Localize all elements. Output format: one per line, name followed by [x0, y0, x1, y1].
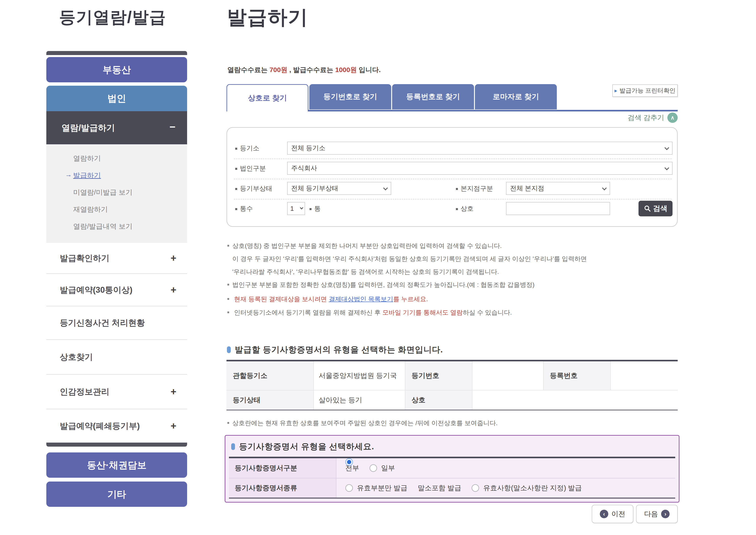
jurisdiction-label: 관할등기소 [227, 361, 313, 390]
corp-type-select[interactable]: 주식회사 [287, 162, 673, 175]
sidebar-item-issue-reserve-closed[interactable]: 발급예약(폐쇄등기부) + [46, 409, 187, 442]
tab-search-by-registration-number[interactable]: 등록번호로 찾기 [392, 84, 474, 109]
prev-arrow-icon: ‹ [600, 510, 608, 518]
menu-label: 발급예약(폐쇄등기부) [60, 420, 140, 432]
page-title: 발급하기 [227, 4, 308, 31]
search-form: 등기소 전체 등기소 법인구분 주식회사 등기부상태 전체 등기부상태 본지점구… [227, 127, 678, 227]
fee-notice: 열람수수료는 700원 , 발급수수료는 1000원 입니다. [227, 65, 381, 74]
chevron-down-icon [664, 145, 669, 150]
sidebar-item-issue-confirm[interactable]: 발급확인하기 + [46, 243, 187, 273]
expand-icon[interactable]: + [171, 386, 176, 397]
menu-label: 인감정보관리 [60, 386, 109, 397]
registry-office-label: 등기소 [235, 144, 259, 153]
registry-office-value: 전체 등기소 [291, 144, 325, 153]
tab-search-by-roman[interactable]: 로마자로 찾기 [475, 84, 557, 109]
sidebar-item-real-estate[interactable]: 부동산 [46, 57, 187, 82]
radio-valid-designated[interactable] [471, 484, 479, 492]
radio-valid-only-label[interactable]: 유효부분만 발급 [357, 483, 407, 493]
radio-include-cancelled[interactable] [345, 458, 353, 466]
cert-section-header: 등기사항증명서 유형을 선택하세요. [231, 441, 374, 452]
prev-button-label: 이전 [611, 509, 625, 519]
search-button-label: 검색 [653, 204, 667, 213]
trade-name-cell-label: 상호 [405, 390, 472, 410]
registry-status-label: 등기부상태 [235, 184, 272, 193]
copies-select[interactable]: 1 [287, 202, 305, 215]
chevron-up-icon[interactable]: ∧ [667, 113, 678, 123]
search-button[interactable]: 검색 [638, 201, 673, 216]
sidebar-item-view-issue[interactable]: 열람/발급하기 − [46, 111, 187, 144]
sidebar-menu-list: 발급확인하기 + 발급예약(30통이상) + 등기신청사건 처리현황 상호찾기 … [46, 243, 187, 442]
trade-name-label: 상호 [456, 204, 474, 213]
registry-status-select[interactable]: 전체 등기부상태 [287, 182, 391, 195]
nav-buttons: ‹ 이전 다음 › [592, 505, 678, 523]
issue-fee: 1000원 [335, 66, 357, 73]
corp-type-label: 법인구분 [235, 164, 266, 173]
trade-name-input[interactable] [506, 202, 610, 215]
copies-value: 1 [290, 205, 294, 212]
radio-partial[interactable] [370, 464, 377, 472]
submenu-item-unviewed[interactable]: 미열람/미발급 보기 [73, 188, 132, 197]
note-line: 법인구분 부분을 포함한 정확한 상호(명칭)를 입력하면, 검색의 정확도가 … [227, 281, 534, 289]
next-arrow-icon: › [661, 510, 670, 518]
tab-search-by-name[interactable]: 상호로 찾기 [227, 84, 308, 111]
payment-list-link[interactable]: 결제대상법인 목록보기 [329, 296, 393, 302]
sidebar-item-corporation[interactable]: 법인 [46, 86, 187, 111]
section-header-cert-type: 발급할 등기사항증명서의 유형을 선택하는 화면입니다. [227, 344, 443, 355]
corp-type-value: 주식회사 [291, 164, 317, 173]
payment-note-text: 현재 등록된 결제대상을 보시려면 [234, 296, 329, 302]
registry-status-value: 전체 등기부상태 [291, 184, 338, 193]
copies-label: 통수 [235, 204, 253, 213]
menu-label: 상호찾기 [60, 352, 93, 363]
sidebar-item-seal-info[interactable]: 인감정보관리 + [46, 374, 187, 409]
submenu-item-reread[interactable]: 재열람하기 [73, 205, 108, 214]
mobile-note-text: 하실 수 있습니다. [463, 309, 512, 316]
sidebar-item-trade-name-search[interactable]: 상호찾기 [46, 339, 187, 374]
divider [234, 159, 672, 159]
fee-text: , 발급수수료는 [287, 66, 335, 73]
section-bullet-icon [231, 443, 235, 450]
submenu-item-history[interactable]: 열람/발급내역 보기 [73, 222, 132, 231]
menu-label: 발급확인하기 [60, 253, 109, 264]
radio-partial-label[interactable]: 일부 [381, 464, 395, 473]
prev-button[interactable]: ‹ 이전 [592, 505, 633, 523]
menu-label: 발급예약(30통이상) [60, 284, 132, 296]
sidebar-item-case-status[interactable]: 등기신청사건 처리현황 [46, 306, 187, 339]
sidebar-item-etc[interactable]: 기타 [46, 482, 187, 507]
tab-search-by-registry-number[interactable]: 등기번호로 찾기 [309, 84, 391, 109]
mobile-note: 인터넷등기소에서 등기기록 열람을 위해 결제하신 후 모바일 기기를 통해서도… [227, 308, 512, 317]
expand-icon[interactable]: + [171, 284, 176, 296]
branch-type-select[interactable]: 전체 본지점 [506, 182, 610, 195]
section-bullet-icon [227, 346, 231, 353]
registry-office-select[interactable]: 전체 등기소 [287, 142, 673, 155]
next-button-label: 다음 [644, 509, 658, 519]
search-tabs: 상호로 찾기 등기번호로 찾기 등록번호로 찾기 로마자로 찾기 ▸ 발급가능 … [227, 84, 678, 111]
printer-check-label: 발급가능 프린터확인 [620, 87, 676, 95]
next-button[interactable]: 다음 › [636, 505, 678, 523]
radio-include-cancelled-label[interactable]: 말소포함 발급 [418, 483, 462, 493]
fee-text: 입니다. [357, 66, 381, 73]
chevron-down-icon [602, 186, 607, 190]
view-issue-label: 열람/발급하기 [62, 122, 115, 133]
section-title: 발급할 등기사항증명서의 유형을 선택하는 화면입니다. [235, 344, 443, 355]
sidebar-item-collateral[interactable]: 동산·채권담보 [46, 452, 187, 478]
note-line: '우리나라쌀 주식회사', '우리나무협동조합' 등 검색어로 시작하는 상호의… [232, 268, 499, 276]
search-toggle-row: 검색 감추기 ∧ [628, 112, 678, 123]
view-fee: 700원 [269, 66, 287, 73]
radio-valid-only[interactable] [345, 484, 353, 492]
cert-type-section: 등기사항증명서 유형을 선택하세요. 등기사항증명서구분 전부 일부 등기사항증… [225, 435, 680, 503]
cert-kind-label: 등기사항증명서종류 [229, 478, 336, 498]
radio-valid-designated-label[interactable]: 유효사항(말소사항란 지정) 발급 [483, 483, 582, 493]
note-line: 상호(명칭) 중 법인구분 부분을 제외한 나머지 부분만 상호입력란에 입력하… [227, 242, 502, 250]
submenu-item-view[interactable]: 열람하기 [73, 154, 101, 163]
expand-icon[interactable]: + [171, 253, 176, 264]
submenu-item-issue[interactable]: 발급하기 [73, 171, 101, 180]
printer-check-button[interactable]: ▸ 발급가능 프린터확인 [612, 84, 678, 97]
sidebar-item-issue-reserve-30[interactable]: 발급예약(30통이상) + [46, 273, 187, 306]
divider [234, 179, 672, 179]
expand-icon[interactable]: + [171, 420, 176, 432]
fee-text: 열람수수료는 [227, 66, 269, 73]
copies-unit: 통 [310, 204, 321, 213]
collapse-icon[interactable]: − [169, 121, 176, 133]
sidebar-bottom-bar [46, 442, 187, 447]
hide-search-link[interactable]: 검색 감추기 [628, 113, 664, 123]
